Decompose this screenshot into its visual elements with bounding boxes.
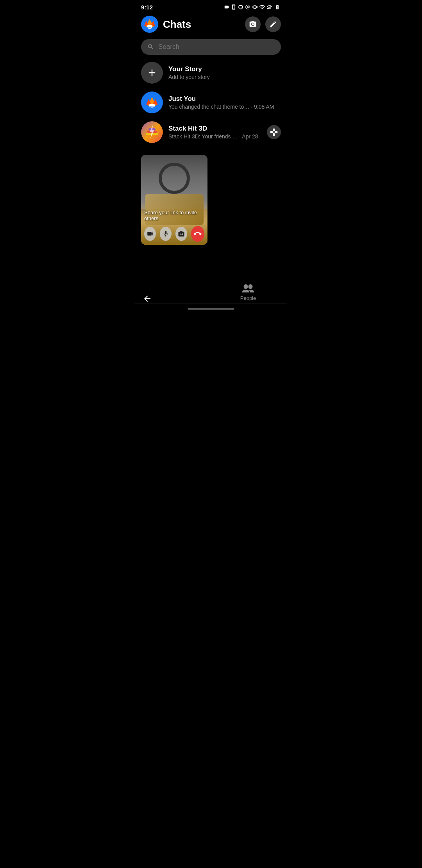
- svg-rect-0: [270, 6, 271, 9]
- video-icon: [147, 230, 154, 237]
- flip-camera-icon: [178, 230, 185, 237]
- back-button[interactable]: [143, 294, 152, 305]
- svg-point-22: [249, 284, 253, 289]
- malavida-avatar-icon: malavida.com: [144, 95, 160, 110]
- nav-divider: [135, 303, 287, 303]
- wifi-icon: [259, 4, 265, 10]
- flip-camera-button[interactable]: [175, 227, 187, 241]
- video-toggle-button[interactable]: [144, 227, 156, 241]
- compose-icon: [269, 20, 277, 28]
- add-story-button[interactable]: [141, 62, 163, 84]
- video-invite-text: Share your link to invite others: [144, 210, 204, 221]
- vibrate-icon: [252, 4, 257, 10]
- svg-rect-2: [268, 7, 269, 9]
- just-you-preview: You changed the chat theme to… · 9:08 AM: [168, 104, 281, 110]
- battery-icon: [274, 4, 281, 10]
- stack-hit-info: Stack Hit 3D Stack Hit 3D: Your friends …: [168, 125, 261, 140]
- search-bar[interactable]: [141, 39, 281, 55]
- people-icon: [242, 283, 254, 294]
- svg-point-21: [244, 284, 248, 289]
- status-time: 9:12: [141, 4, 153, 11]
- stack-hit-name: Stack Hit 3D: [168, 125, 261, 133]
- camera-status-icon: [224, 4, 229, 10]
- stack-hit-avatar: [141, 121, 163, 143]
- search-icon: [147, 43, 154, 50]
- just-you-info: Just You You changed the chat theme to… …: [168, 95, 281, 110]
- at-status-icon: [245, 4, 250, 10]
- video-controls: [144, 226, 204, 242]
- video-call-card[interactable]: Share your link to invite others: [141, 155, 207, 245]
- camera-button[interactable]: [245, 16, 261, 32]
- game-badge: [267, 125, 281, 139]
- end-call-button[interactable]: [191, 226, 204, 242]
- status-icons: [224, 4, 281, 10]
- stack-hit-avatar-icon: [144, 124, 160, 140]
- add-icon: [147, 67, 157, 78]
- gamepad-icon: [270, 128, 278, 136]
- svg-text:malavida.com: malavida.com: [144, 27, 156, 29]
- avatar-icon: malavida.com: [143, 17, 157, 31]
- people-icon-container: [242, 283, 254, 294]
- svg-rect-3: [267, 8, 268, 9]
- just-you-name: Just You: [168, 95, 281, 103]
- people-nav-item[interactable]: People: [209, 283, 287, 301]
- compose-button[interactable]: [265, 16, 281, 32]
- stack-hit-meta: [267, 125, 281, 139]
- signal-icon: [267, 4, 272, 10]
- your-story-item[interactable]: Your Story Add to your story: [135, 58, 287, 88]
- page-title: Chats: [163, 18, 240, 30]
- screenshot-status-icon: [231, 4, 236, 10]
- end-call-icon: [194, 230, 202, 238]
- home-indicator: [188, 308, 234, 310]
- user-avatar[interactable]: malavida.com: [141, 16, 158, 33]
- header: malavida.com Chats: [135, 13, 287, 36]
- people-label: People: [240, 295, 256, 301]
- just-you-avatar: malavida.com: [141, 91, 163, 113]
- stack-hit-preview: Stack Hit 3D: Your friends … · Apr 28: [168, 133, 261, 140]
- svg-text:malavida.com: malavida.com: [147, 106, 157, 108]
- chat-item-just-you[interactable]: malavida.com Just You You changed the ch…: [135, 88, 287, 117]
- story-title: Your Story: [168, 65, 210, 73]
- search-input[interactable]: [158, 43, 275, 51]
- mic-button[interactable]: [160, 227, 172, 241]
- back-icon: [143, 294, 152, 303]
- status-bar: 9:12: [135, 0, 287, 13]
- video-call-section: Share your link to invite others: [135, 147, 287, 245]
- story-text: Your Story Add to your story: [168, 65, 210, 80]
- bottom-nav: People: [135, 303, 287, 313]
- svg-rect-1: [269, 7, 270, 9]
- messenger-status-icon: [238, 4, 243, 10]
- camera-icon: [249, 20, 257, 28]
- chat-item-stack-hit[interactable]: Stack Hit 3D Stack Hit 3D: Your friends …: [135, 117, 287, 147]
- story-subtitle: Add to your story: [168, 74, 210, 80]
- mic-icon: [162, 230, 169, 237]
